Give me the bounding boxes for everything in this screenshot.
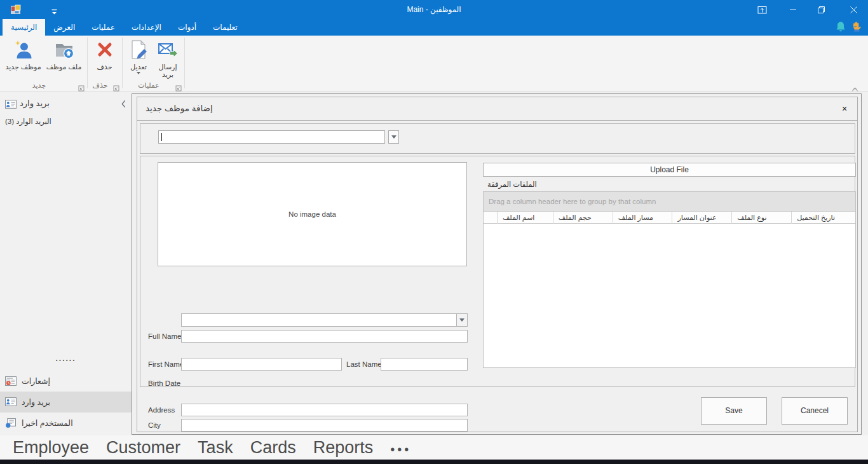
send-mail-button[interactable]: إرسال بريد <box>153 38 182 78</box>
delete-button[interactable]: حذف <box>90 38 119 71</box>
group-caption-operations: عمليات <box>122 81 175 90</box>
sidebar-active-view[interactable]: البريد الوارد (3) <box>5 117 51 126</box>
city-field[interactable] <box>181 419 468 432</box>
cancel-button[interactable]: Canecel <box>782 397 848 425</box>
group-caption-new: جديد <box>0 81 78 90</box>
sidebar-item-label: إشعارات <box>22 376 50 386</box>
add-employee-panel: إضافة موظف جديد × No image data Full Nam… <box>137 97 858 432</box>
grid-column-path-title[interactable]: عنوان المسار <box>672 212 732 224</box>
address-field[interactable] <box>181 404 468 416</box>
collapse-sidebar-icon[interactable] <box>121 99 126 107</box>
grid-body[interactable] <box>484 224 855 367</box>
sidebar-item-recent-user[interactable]: المستخدم اخيرا <box>0 413 132 433</box>
full-name-field[interactable] <box>181 330 468 343</box>
module-employee[interactable]: Employee <box>13 438 89 458</box>
text-caret <box>161 133 162 141</box>
bottom-edge-strip <box>0 460 868 464</box>
sidebar-header[interactable]: بريد وارد <box>0 95 132 113</box>
ribbon: موظف جديد ملف موظف جديد <box>0 36 868 92</box>
tab-tools[interactable]: أدوات <box>170 19 205 36</box>
grid-indicator-column <box>484 212 498 224</box>
tab-view[interactable]: العرض <box>45 19 83 36</box>
dialog-launcher-icon[interactable] <box>175 83 182 89</box>
sidebar-item-notifications[interactable]: إشعارات <box>0 371 132 392</box>
birth-date-dropdown-button[interactable] <box>456 314 467 326</box>
sidebar-splitter[interactable]: ...... <box>0 354 132 363</box>
ribbon-group-new: موظف جديد ملف موظف جديد <box>0 36 87 92</box>
module-reports[interactable]: Reports <box>313 438 374 458</box>
upload-file-button[interactable]: Upload File <box>483 163 856 177</box>
minimize-icon[interactable] <box>779 0 807 19</box>
new-employee-label: موظف جديد <box>5 63 41 71</box>
sidebar-item-inbox[interactable]: بريد وارد <box>0 392 132 413</box>
module-cards[interactable]: Cards <box>250 438 296 458</box>
tab-home[interactable]: الرئيسية <box>3 19 45 36</box>
edit-dropdown-icon[interactable] <box>137 72 140 74</box>
address-label: Address <box>148 406 175 414</box>
panel-header: إضافة موظف جديد × <box>137 97 857 121</box>
ribbon-tabs: الرئيسية العرض عمليات الإعدادات أدوات تع… <box>3 19 246 36</box>
sidebar-item-label: بريد وارد <box>22 397 50 407</box>
employee-form-section: No image data Full Name First Name Last … <box>140 156 855 387</box>
app-window: الموظفين - Main الرئيسية العرض عمليات ال… <box>0 0 868 464</box>
module-customer[interactable]: Customer <box>106 438 180 458</box>
close-icon[interactable] <box>839 0 868 19</box>
first-name-field[interactable] <box>181 358 342 371</box>
grid-column-upload-date[interactable]: تاريخ التحميل <box>792 212 855 224</box>
full-name-label: Full Name <box>148 332 181 340</box>
panel-title: إضافة موظف جديد <box>146 103 213 113</box>
new-employee-button[interactable]: موظف جديد <box>3 38 44 71</box>
delete-icon <box>95 39 115 60</box>
grid-column-file-path[interactable]: مسار الملف <box>613 212 673 224</box>
save-button[interactable]: Save <box>701 397 767 425</box>
sidebar-header-label: بريد وارد <box>20 99 50 108</box>
group-caption-delete: حذف <box>87 81 113 90</box>
edit-button[interactable]: تعديل <box>124 38 153 78</box>
recent-user-icon <box>5 418 17 428</box>
title-bar: الموظفين - Main <box>0 0 868 19</box>
contact-card-icon <box>5 397 17 407</box>
lookup-dropdown-button[interactable] <box>388 130 399 144</box>
tab-settings[interactable]: الإعدادات <box>123 19 170 36</box>
first-name-label: First Name <box>148 360 184 368</box>
chevron-down-icon <box>391 135 397 139</box>
birth-date-label: Birth Date <box>148 379 180 387</box>
edit-icon <box>128 39 149 60</box>
edit-label: تعديل <box>130 63 147 71</box>
grid-group-panel[interactable]: Drag a column header here to group by th… <box>484 192 855 212</box>
tab-operations[interactable]: عمليات <box>83 19 123 36</box>
window-title: الموظفين - Main <box>0 0 868 19</box>
grid-column-file-name[interactable]: اسم الملف <box>498 212 553 224</box>
notifications-icon <box>5 376 17 386</box>
panel-close-icon[interactable]: × <box>838 102 851 115</box>
ribbon-tab-row: الرئيسية العرض عمليات الإعدادات أدوات تع… <box>0 19 868 36</box>
employee-photo-box[interactable]: No image data <box>158 162 467 266</box>
module-bar: Employee Customer Task Cards Reports ••• <box>0 435 868 460</box>
dialog-launcher-icon[interactable] <box>113 83 119 89</box>
employee-lookup-input[interactable] <box>158 130 385 144</box>
ribbon-group-delete: حذف حذف <box>87 36 122 92</box>
employee-file-button[interactable]: ملف موظف <box>44 38 85 71</box>
new-employee-icon <box>13 39 34 60</box>
last-name-label: Last Name <box>346 360 382 368</box>
attachments-grid: Drag a column header here to group by th… <box>483 191 856 368</box>
lookup-section <box>140 123 855 154</box>
tab-help[interactable]: تعليمات <box>205 19 246 36</box>
contact-card-icon <box>5 100 17 109</box>
chevron-down-icon <box>459 318 465 322</box>
dialog-launcher-icon[interactable] <box>78 83 85 89</box>
restore-icon[interactable] <box>807 0 835 19</box>
hand-icon[interactable] <box>851 21 863 36</box>
last-name-field[interactable] <box>381 358 468 371</box>
ribbon-collapse-icon[interactable] <box>851 83 859 89</box>
bell-icon[interactable] <box>836 21 846 35</box>
grid-column-file-size[interactable]: حجم الملف <box>553 212 613 224</box>
city-label: City <box>148 421 161 429</box>
birth-date-field[interactable] <box>181 313 468 327</box>
ribbon-separator <box>184 38 185 88</box>
module-task[interactable]: Task <box>198 438 233 458</box>
grid-column-file-type[interactable]: نوع الملف <box>732 212 792 224</box>
float-window-icon[interactable] <box>748 0 776 19</box>
attachments-title: الملفات المرفقة <box>487 180 537 189</box>
more-modules-icon[interactable]: ••• <box>390 439 411 457</box>
